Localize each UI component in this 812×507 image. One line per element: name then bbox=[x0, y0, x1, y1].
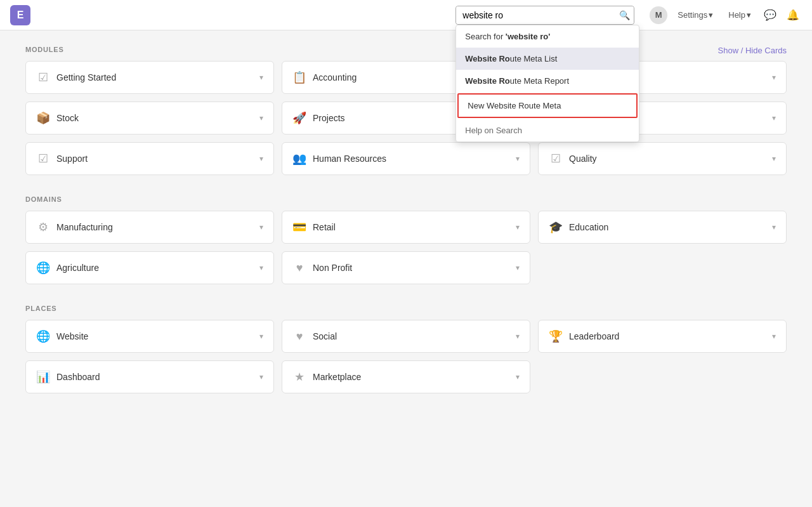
agriculture-title: Agriculture bbox=[56, 263, 99, 273]
card-leaderboard[interactable]: 🏆 Leaderboard ▾ bbox=[538, 320, 787, 353]
non-profit-chevron-icon: ▾ bbox=[516, 263, 520, 272]
card-website[interactable]: 🌐 Website ▾ bbox=[25, 320, 274, 353]
leaderboard-icon: 🏆 bbox=[549, 329, 563, 343]
agriculture-chevron-icon: ▾ bbox=[259, 263, 263, 272]
domains-section: DOMAINS ⚙ Manufacturing ▾ 💳 Retail ▾ bbox=[25, 195, 787, 284]
card-dashboard[interactable]: 📊 Dashboard ▾ bbox=[25, 360, 274, 393]
card-agriculture[interactable]: 🌐 Agriculture ▾ bbox=[25, 251, 274, 284]
social-chevron-icon: ▾ bbox=[516, 332, 520, 341]
search-result-1[interactable]: Website Route Meta List bbox=[456, 48, 639, 70]
human-resources-icon: 👥 bbox=[292, 152, 306, 166]
modules-label-text: MODULES bbox=[25, 46, 64, 53]
card-retail[interactable]: 💳 Retail ▾ bbox=[282, 211, 530, 244]
card-marketplace[interactable]: ★ Marketplace ▾ bbox=[282, 360, 530, 393]
card-human-resources[interactable]: 👥 Human Resources ▾ bbox=[282, 142, 530, 175]
projects-icon: 🚀 bbox=[292, 111, 306, 125]
search-for-prefix: Search for bbox=[465, 32, 506, 41]
marketplace-chevron-icon: ▾ bbox=[516, 372, 520, 381]
education-chevron-icon: ▾ bbox=[772, 223, 776, 232]
dashboard-icon: 📊 bbox=[36, 370, 50, 384]
getting-started-chevron-icon: ▾ bbox=[259, 73, 263, 82]
modules-label: MODULES Show / Hide Cards bbox=[25, 46, 787, 53]
search-input-wrapper: 🔍 bbox=[455, 6, 634, 25]
buying-chevron-icon: ▾ bbox=[772, 73, 776, 82]
result3-prefix: New bbox=[468, 101, 487, 110]
manufacturing-chevron-icon: ▾ bbox=[259, 223, 263, 232]
leaderboard-title: Leaderboard bbox=[569, 331, 619, 341]
search-query-bold: 'website ro' bbox=[506, 32, 550, 41]
help-chevron-icon: ▾ bbox=[747, 10, 751, 20]
result3-bold: Website Ro bbox=[487, 101, 529, 110]
card-education[interactable]: 🎓 Education ▾ bbox=[538, 211, 787, 244]
show-hide-button[interactable]: Show / Hide Cards bbox=[718, 46, 787, 55]
non-profit-icon: ♥ bbox=[292, 261, 306, 275]
projects-title: Projects bbox=[313, 113, 345, 123]
app-logo: E bbox=[10, 5, 30, 25]
card-quality[interactable]: ☑ Quality ▾ bbox=[538, 142, 787, 175]
education-title: Education bbox=[569, 222, 608, 232]
search-for-item[interactable]: Search for 'website ro' bbox=[456, 25, 639, 48]
card-manufacturing[interactable]: ⚙ Manufacturing ▾ bbox=[25, 211, 274, 244]
modules-grid: ☑ Getting Started ▾ 📋 Accounting ▾ 🛍 Buy… bbox=[25, 61, 787, 175]
quality-title: Quality bbox=[569, 154, 597, 164]
help-button[interactable]: Help ▾ bbox=[723, 8, 756, 22]
modules-section: MODULES Show / Hide Cards ☑ Getting Star… bbox=[25, 46, 787, 175]
dashboard-chevron-icon: ▾ bbox=[259, 372, 263, 381]
card-social[interactable]: ♥ Social ▾ bbox=[282, 320, 530, 353]
result1-suffix: ute Meta List bbox=[510, 54, 557, 63]
header: E 🔍 Search for 'website ro' Website Rout… bbox=[0, 0, 812, 30]
support-icon: ☑ bbox=[36, 152, 50, 166]
places-label-text: PLACES bbox=[25, 305, 56, 312]
search-result-new[interactable]: New Website Route Meta bbox=[457, 93, 638, 118]
retail-chevron-icon: ▾ bbox=[516, 223, 520, 232]
settings-label: Settings bbox=[678, 10, 707, 20]
header-right: M Settings ▾ Help ▾ 💬 🔔 bbox=[650, 6, 802, 24]
support-title: Support bbox=[56, 154, 88, 164]
search-dropdown: Search for 'website ro' Website Route Me… bbox=[455, 25, 639, 142]
search-container: 🔍 Search for 'website ro' Website Route … bbox=[455, 6, 634, 25]
domains-grid: ⚙ Manufacturing ▾ 💳 Retail ▾ 🎓 Education bbox=[25, 211, 787, 284]
result2-prefix: Website Ro bbox=[465, 76, 510, 86]
social-icon: ♥ bbox=[292, 330, 306, 343]
domains-label: DOMAINS bbox=[25, 195, 787, 203]
places-label: PLACES bbox=[25, 305, 787, 312]
social-title: Social bbox=[313, 331, 337, 341]
leaderboard-chevron-icon: ▾ bbox=[772, 332, 776, 341]
search-help-item[interactable]: Help on Search bbox=[456, 119, 639, 142]
search-input[interactable] bbox=[456, 6, 634, 24]
settings-button[interactable]: Settings ▾ bbox=[672, 8, 718, 22]
human-resources-title: Human Resources bbox=[313, 154, 386, 164]
education-icon: 🎓 bbox=[549, 220, 563, 234]
website-chevron-icon: ▾ bbox=[259, 332, 263, 341]
card-stock[interactable]: 📦 Stock ▾ bbox=[25, 102, 274, 135]
chat-icon-button[interactable]: 💬 bbox=[761, 6, 779, 23]
bell-icon-button[interactable]: 🔔 bbox=[784, 6, 802, 23]
stock-icon: 📦 bbox=[36, 111, 50, 125]
crm-chevron-icon: ▾ bbox=[772, 114, 776, 122]
places-grid: 🌐 Website ▾ ♥ Social ▾ 🏆 Leaderboard bbox=[25, 320, 787, 393]
non-profit-title: Non Profit bbox=[313, 263, 352, 273]
card-support[interactable]: ☑ Support ▾ bbox=[25, 142, 274, 175]
retail-icon: 💳 bbox=[292, 220, 306, 234]
search-result-2[interactable]: Website Route Meta Report bbox=[456, 70, 639, 92]
dashboard-title: Dashboard bbox=[56, 372, 100, 382]
places-section: PLACES 🌐 Website ▾ ♥ Social ▾ bbox=[25, 305, 787, 393]
avatar: M bbox=[650, 6, 667, 24]
search-submit-icon[interactable]: 🔍 bbox=[619, 10, 630, 20]
card-non-profit[interactable]: ♥ Non Profit ▾ bbox=[282, 251, 530, 284]
manufacturing-title: Manufacturing bbox=[56, 222, 113, 232]
result1-prefix: Website Ro bbox=[465, 54, 510, 63]
manufacturing-icon: ⚙ bbox=[36, 220, 50, 234]
result2-suffix: ute Meta Report bbox=[510, 76, 569, 86]
card-getting-started[interactable]: ☑ Getting Started ▾ bbox=[25, 61, 274, 94]
stock-title: Stock bbox=[56, 113, 79, 123]
result3-suffix: ute Meta bbox=[529, 101, 561, 110]
getting-started-icon: ☑ bbox=[36, 70, 50, 84]
agriculture-icon: 🌐 bbox=[36, 261, 50, 275]
accounting-icon: 📋 bbox=[292, 70, 306, 84]
website-icon: 🌐 bbox=[36, 329, 50, 343]
retail-title: Retail bbox=[313, 222, 336, 232]
getting-started-title: Getting Started bbox=[56, 72, 116, 82]
support-chevron-icon: ▾ bbox=[259, 154, 263, 163]
domains-label-text: DOMAINS bbox=[25, 195, 62, 203]
